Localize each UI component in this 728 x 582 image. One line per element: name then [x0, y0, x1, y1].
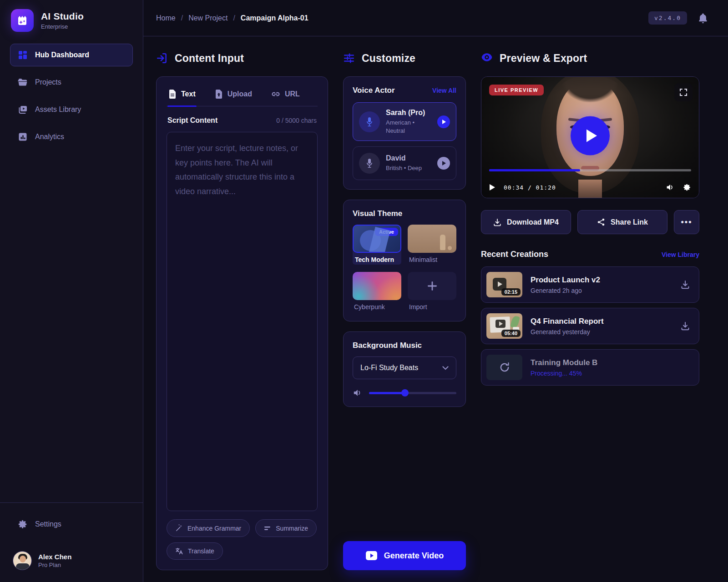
volume-icon	[353, 388, 363, 397]
share-link-button[interactable]: Share Link	[577, 210, 667, 234]
tab-text[interactable]: Text	[167, 86, 197, 106]
plus-icon	[426, 280, 438, 292]
more-options-button[interactable]: •••	[674, 210, 699, 234]
fullscreen-button[interactable]	[674, 83, 693, 101]
eye-icon	[481, 52, 493, 64]
section-title: Content Input	[175, 52, 244, 65]
creation-product-launch[interactable]: 02:15 Product Launch v2 Generated 2h ago	[481, 266, 699, 303]
creation-title: Q4 Financial Report	[531, 317, 672, 326]
mute-button[interactable]	[666, 183, 675, 191]
background-music-label: Background Music	[353, 341, 422, 350]
input-tabs: Text Upload	[167, 86, 318, 106]
voice-actor-label: Voice Actor	[353, 86, 395, 95]
user-profile[interactable]: Alex Chen Pro Plan	[10, 551, 133, 570]
voice-desc: British • Deep	[386, 164, 431, 172]
download-creation-button[interactable]	[681, 280, 690, 289]
ai-tools-row: Enhance Grammar Summarize	[167, 519, 318, 560]
tab-upload[interactable]: Upload	[214, 86, 253, 106]
video-play-icon	[365, 551, 378, 561]
download-creation-button[interactable]	[681, 321, 690, 331]
theme-cyberpunk[interactable]: Cyberpunk	[353, 272, 401, 312]
breadcrumb-separator: /	[233, 14, 235, 22]
creation-q4-report[interactable]: 05:40 Q4 Financial Report Generated yest…	[481, 308, 699, 344]
share-label: Share Link	[611, 218, 648, 226]
summarize-icon	[264, 525, 271, 532]
user-plan: Pro Plan	[38, 562, 71, 568]
generate-video-label: Generate Video	[384, 551, 444, 561]
video-library-icon	[18, 105, 28, 115]
background-music-panel: Background Music Lo-Fi Study Beats	[343, 331, 466, 407]
tab-label: Upload	[228, 90, 252, 98]
theme-label: Import	[408, 300, 456, 312]
content-input-icon	[156, 52, 168, 64]
generate-video-button[interactable]: Generate Video	[343, 541, 466, 570]
enhance-grammar-button[interactable]: Enhance Grammar	[167, 519, 250, 537]
theme-minimalist[interactable]: Minimalist	[408, 225, 456, 265]
view-library-link[interactable]: View Library	[662, 251, 699, 258]
summarize-button[interactable]: Summarize	[255, 519, 317, 537]
sidebar-item-projects[interactable]: Projects	[10, 71, 133, 94]
preview-export-section: Preview & Export LIVE PREVIEW	[481, 51, 699, 570]
gear-icon	[18, 519, 28, 529]
creation-training-module[interactable]: Training Module B Processing... 45%	[481, 349, 699, 386]
voice-option-david[interactable]: David British • Deep	[353, 146, 456, 180]
theme-import[interactable]: Import	[408, 272, 456, 312]
visual-theme-panel: Visual Theme Active Tech Modern Minimali…	[343, 200, 466, 321]
sidebar-item-label: Assets Library	[35, 105, 81, 114]
breadcrumb-home[interactable]: Home	[156, 14, 176, 22]
breadcrumb-new-project[interactable]: New Project	[188, 14, 228, 22]
notification-bell-icon[interactable]	[698, 13, 708, 24]
play-voice-sample-button[interactable]	[437, 115, 450, 128]
translate-button[interactable]: Translate	[167, 542, 223, 560]
app-title: AI Studio	[41, 11, 84, 22]
seek-bar[interactable]	[489, 169, 691, 171]
voice-option-sarah[interactable]: Sarah (Pro) American • Neutral	[353, 102, 456, 141]
theme-label: Tech Modern	[353, 253, 401, 265]
time-display: 00:34 / 01:20	[504, 184, 556, 191]
content-input-card: Text Upload	[156, 76, 328, 570]
sidebar-item-label: Hub Dashboard	[35, 51, 89, 59]
visual-theme-label: Visual Theme	[353, 209, 402, 218]
volume-slider-thumb[interactable]	[401, 389, 409, 396]
microphone-icon	[359, 111, 380, 132]
theme-tech-modern[interactable]: Active Tech Modern	[353, 225, 401, 265]
tool-label: Summarize	[276, 525, 308, 532]
play-button[interactable]	[571, 116, 610, 156]
sidebar-item-analytics[interactable]: Analytics	[10, 125, 133, 148]
processing-spinner-icon	[499, 361, 511, 373]
music-select[interactable]: Lo-Fi Study Beats	[353, 356, 456, 379]
sidebar-item-settings[interactable]: Settings	[10, 513, 133, 536]
voice-name: Sarah (Pro)	[386, 109, 431, 117]
download-icon	[493, 218, 501, 226]
player-controls: 00:34 / 01:20	[489, 183, 691, 191]
bar-chart-icon	[18, 132, 28, 142]
app-plan: Enterprise	[41, 23, 84, 30]
live-preview-badge: LIVE PREVIEW	[489, 85, 544, 95]
voice-actor-panel: Voice Actor View All Sarah (Pro)	[343, 76, 466, 190]
main-area: Home / New Project / Campaign Alpha-01 v…	[143, 0, 728, 582]
music-selected-value: Lo-Fi Study Beats	[360, 364, 418, 372]
view-all-link[interactable]: View All	[432, 87, 456, 94]
version-badge: v2.4.0	[648, 11, 687, 25]
volume-slider[interactable]	[369, 392, 456, 394]
theme-label: Minimalist	[408, 253, 456, 265]
sidebar-item-label: Projects	[35, 78, 61, 86]
tab-label: Text	[181, 90, 196, 98]
microphone-icon	[359, 153, 380, 174]
play-voice-sample-button[interactable]	[437, 157, 450, 170]
app-window: AI Studio Enterprise Hub Dashboard	[0, 0, 728, 582]
tab-url[interactable]: URL	[270, 86, 301, 106]
active-badge: Active	[375, 228, 398, 236]
sidebar-item-hub-dashboard[interactable]: Hub Dashboard	[10, 44, 133, 66]
script-input[interactable]	[167, 132, 318, 511]
small-play-button[interactable]	[489, 184, 495, 191]
recent-creations-label: Recent Creations	[481, 250, 548, 259]
brand: AI Studio Enterprise	[10, 9, 133, 44]
sidebar-item-assets-library[interactable]: Assets Library	[10, 98, 133, 121]
dashboard-grid-icon	[18, 50, 28, 60]
player-settings-button[interactable]	[683, 183, 691, 191]
download-mp4-button[interactable]: Download MP4	[481, 210, 571, 234]
char-count: 0 / 5000 chars	[276, 117, 317, 124]
sidebar: AI Studio Enterprise Hub Dashboard	[0, 0, 143, 582]
sidebar-item-label: Analytics	[35, 133, 64, 141]
